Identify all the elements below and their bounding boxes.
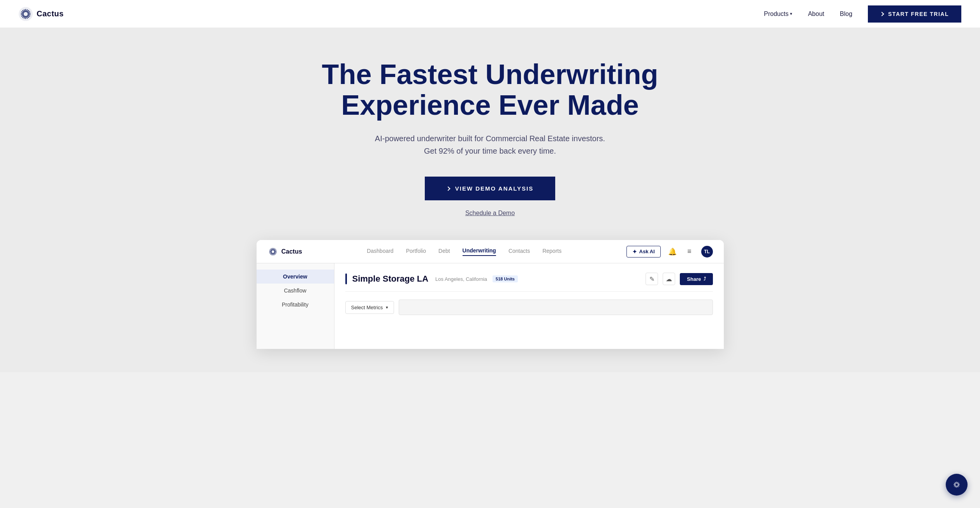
edit-icon[interactable]: ✎ <box>646 273 658 285</box>
metrics-row: Select Metrics ▾ <box>345 300 713 315</box>
nav-about[interactable]: About <box>808 11 824 18</box>
fab-sun-icon <box>952 480 962 490</box>
sidebar-item-profitability[interactable]: Profitability <box>257 298 334 312</box>
app-navbar: Cactus Dashboard Portfolio Debt Underwri… <box>257 240 724 263</box>
logo[interactable]: Cactus <box>19 7 64 21</box>
chevron-right-icon <box>446 186 450 191</box>
app-nav-underwriting[interactable]: Underwriting <box>463 247 496 256</box>
metrics-visualization-bar <box>399 300 713 315</box>
app-body: Overview Cashflow Profitability Simple S… <box>257 263 724 349</box>
app-main-content: Simple Storage LA Los Angeles, Californi… <box>334 263 724 349</box>
app-nav-debt[interactable]: Debt <box>438 248 450 256</box>
schedule-demo-link[interactable]: Schedule a Demo <box>8 210 972 217</box>
ask-ai-button[interactable]: ✦ Ask AI <box>626 246 661 258</box>
svg-line-44 <box>955 482 956 483</box>
app-nav-actions: ✦ Ask AI 🔔 ≡ TL <box>626 246 713 258</box>
nav-products[interactable]: Products ▾ <box>764 11 792 18</box>
app-nav-reports[interactable]: Reports <box>542 248 561 256</box>
app-cactus-logo-icon <box>267 246 278 257</box>
svg-line-48 <box>955 486 956 487</box>
app-nav-links: Dashboard Portfolio Debt Underwriting Co… <box>367 247 561 256</box>
notification-bell-icon[interactable]: 🔔 <box>667 246 678 257</box>
chevron-right-icon <box>880 12 884 16</box>
start-free-trial-button[interactable]: START FREE TRIAL <box>868 5 961 23</box>
app-sidebar: Overview Cashflow Profitability <box>257 263 334 349</box>
deal-title-accent-bar <box>345 273 347 284</box>
view-demo-button[interactable]: VIEW DEMO ANALYSIS <box>425 177 556 200</box>
svg-line-5 <box>28 13 30 13</box>
hero-title: The Fastest Underwriting Experience Ever… <box>315 59 665 121</box>
svg-line-38 <box>957 482 958 483</box>
hero-subtitle: AI-powered underwriter built for Commerc… <box>8 132 972 157</box>
svg-line-14 <box>21 14 23 15</box>
menu-icon[interactable]: ≡ <box>684 246 695 257</box>
share-icon: ⤴ <box>704 276 706 282</box>
floating-action-button[interactable] <box>946 474 968 496</box>
app-logo[interactable]: Cactus <box>267 246 302 257</box>
chevron-down-icon: ▾ <box>386 305 388 310</box>
sparkle-icon: ✦ <box>632 249 637 255</box>
svg-line-47 <box>954 485 955 486</box>
svg-line-23 <box>274 251 276 251</box>
select-metrics-dropdown[interactable]: Select Metrics ▾ <box>345 301 394 314</box>
svg-line-32 <box>269 252 271 252</box>
deal-header: Simple Storage LA Los Angeles, Californi… <box>345 273 713 292</box>
nav-blog[interactable]: Blog <box>840 11 852 18</box>
nav-links-group: Products ▾ About Blog START FREE TRIAL <box>764 5 961 23</box>
svg-line-39 <box>958 483 959 484</box>
app-preview: Cactus Dashboard Portfolio Debt Underwri… <box>257 240 724 349</box>
cactus-logo-icon <box>19 7 33 21</box>
chevron-down-icon: ▾ <box>790 11 792 16</box>
main-navbar: Cactus Products ▾ About Blog START FREE … <box>0 0 980 28</box>
hero-section: The Fastest Underwriting Experience Ever… <box>0 28 980 372</box>
svg-line-6 <box>28 14 30 15</box>
svg-line-41 <box>958 485 959 486</box>
sidebar-item-cashflow[interactable]: Cashflow <box>257 284 334 298</box>
deal-actions: ✎ ☁ Share ⤴ <box>646 273 713 285</box>
svg-line-31 <box>269 251 271 251</box>
share-button[interactable]: Share ⤴ <box>680 273 713 285</box>
logo-text: Cactus <box>37 9 64 18</box>
app-nav-contacts[interactable]: Contacts <box>508 248 530 256</box>
deal-units-badge: 518 Units <box>493 275 518 282</box>
cloud-upload-icon[interactable]: ☁ <box>663 273 675 285</box>
deal-title-group: Simple Storage LA Los Angeles, Californi… <box>345 273 518 284</box>
user-avatar[interactable]: TL <box>701 246 713 258</box>
deal-name: Simple Storage LA <box>352 274 429 284</box>
app-logo-text: Cactus <box>282 248 302 255</box>
deal-location: Los Angeles, California <box>435 276 487 282</box>
app-nav-dashboard[interactable]: Dashboard <box>367 248 394 256</box>
svg-line-42 <box>957 486 958 487</box>
svg-line-13 <box>21 13 23 13</box>
svg-line-45 <box>954 483 955 484</box>
sidebar-item-overview[interactable]: Overview <box>257 270 334 284</box>
app-nav-portfolio[interactable]: Portfolio <box>406 248 426 256</box>
svg-line-24 <box>274 252 276 252</box>
